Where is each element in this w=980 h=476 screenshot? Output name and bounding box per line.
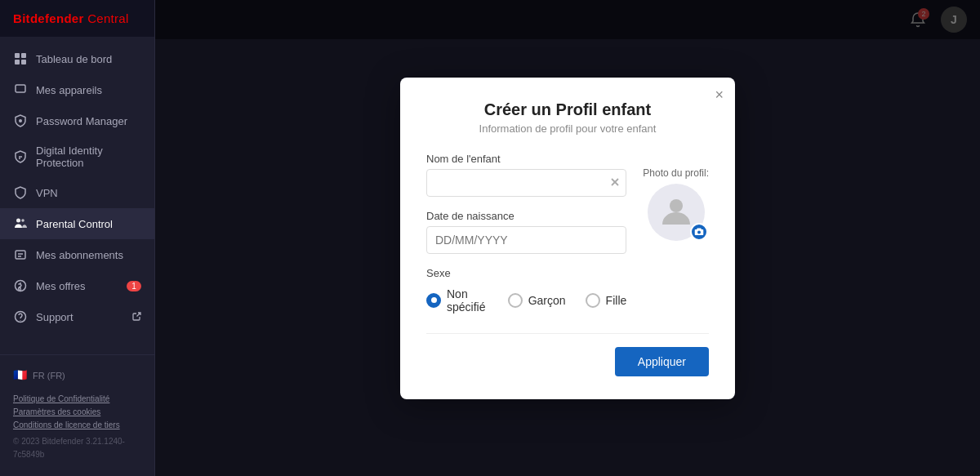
gender-option-garcon[interactable]: Garçon xyxy=(508,293,566,308)
apply-button[interactable]: Appliquer xyxy=(615,347,709,376)
name-group: Nom de l'enfant xyxy=(426,153,626,197)
sidebar: Bitdefender Central Tableau de bord Mes … xyxy=(0,0,155,476)
dob-group: Date de naissance xyxy=(426,210,626,254)
gender-label-fille: Fille xyxy=(606,294,627,307)
modal-close-button[interactable]: × xyxy=(715,87,724,102)
name-label: Nom de l'enfant xyxy=(426,153,626,165)
sidebar-item-mes-abonnements[interactable]: Mes abonnements xyxy=(0,239,154,270)
svg-rect-4 xyxy=(16,85,25,92)
sidebar-label: Mes appareils xyxy=(36,84,102,96)
svg-rect-1 xyxy=(21,53,26,58)
svg-point-6 xyxy=(16,219,20,223)
sidebar-item-mes-offres[interactable]: Mes offres 1 xyxy=(0,270,154,301)
name-input[interactable] xyxy=(426,169,626,197)
gender-label-non-specifie: Non spécifié xyxy=(447,287,488,314)
external-link-icon xyxy=(132,311,141,323)
modal-form: Nom de l'enfant Date de naissance xyxy=(426,153,626,314)
profile-photo-area: Photo du profil: xyxy=(643,153,709,314)
support-icon xyxy=(13,309,28,324)
modal-body: Nom de l'enfant Date de naissance xyxy=(426,153,709,314)
svg-rect-3 xyxy=(21,60,26,65)
svg-rect-8 xyxy=(16,251,25,259)
sidebar-item-password-manager[interactable]: Password Manager xyxy=(0,105,154,136)
main-content: 2 J Ajouter un profil enfant Ajouter un … xyxy=(155,0,980,476)
radio-fille xyxy=(586,293,600,308)
radio-non-specifie xyxy=(426,293,441,308)
sidebar-item-digital-identity[interactable]: Digital Identity Protection xyxy=(0,136,154,177)
shield-key-icon xyxy=(13,113,28,128)
sidebar-item-mes-appareils[interactable]: Mes appareils xyxy=(0,74,154,105)
app-name-part1: Bitdefender xyxy=(13,11,84,25)
sidebar-label: Password Manager xyxy=(36,115,127,127)
gender-option-non-specifie[interactable]: Non spécifié xyxy=(426,287,488,314)
camera-button[interactable] xyxy=(690,223,708,241)
modal-subtitle: Information de profil pour votre enfant xyxy=(426,122,709,135)
offers-badge: 1 xyxy=(127,281,141,291)
offers-icon xyxy=(13,278,28,293)
flag-icon: 🇫🇷 xyxy=(13,368,27,381)
locale-code: FR (FR) xyxy=(33,371,65,380)
sidebar-item-parental-control[interactable]: Parental Control xyxy=(0,208,154,239)
sidebar-label: Parental Control xyxy=(36,218,113,230)
svg-rect-2 xyxy=(15,60,20,65)
subscription-icon xyxy=(13,247,28,262)
dob-label: Date de naissance xyxy=(426,210,626,222)
license-link[interactable]: Conditions de licence de tiers xyxy=(13,419,141,432)
grid-icon xyxy=(13,51,28,66)
gender-section: Sexe Non spécifié Garçon xyxy=(426,267,626,314)
modal-overlay: × Créer un Profil enfant Information de … xyxy=(155,0,980,476)
person-icon xyxy=(659,194,693,231)
gender-label-garcon: Garçon xyxy=(528,294,566,307)
svg-point-7 xyxy=(21,219,24,222)
sidebar-label: VPN xyxy=(36,187,58,199)
gender-options: Non spécifié Garçon Fille xyxy=(426,287,626,314)
sidebar-label: Mes offres xyxy=(36,280,85,292)
cookies-link[interactable]: Paramètres des cookies xyxy=(13,406,141,419)
sidebar-label: Mes abonnements xyxy=(36,249,123,261)
app-logo: Bitdefender Central xyxy=(0,0,154,37)
version-text: © 2023 Bitdefender 3.21.1240-7c5849b xyxy=(13,435,141,461)
sidebar-label: Support xyxy=(36,311,74,323)
sidebar-item-support[interactable]: Support xyxy=(0,301,154,332)
modal-title: Créer un Profil enfant xyxy=(426,100,709,119)
id-icon xyxy=(13,149,28,164)
dob-input[interactable] xyxy=(426,226,626,254)
radio-garcon xyxy=(508,293,523,308)
avatar-circle xyxy=(648,184,705,241)
locale: 🇫🇷 FR (FR) xyxy=(0,363,154,386)
create-child-profile-modal: × Créer un Profil enfant Information de … xyxy=(400,78,735,399)
gender-option-fille[interactable]: Fille xyxy=(586,293,627,308)
gender-label: Sexe xyxy=(426,267,626,279)
sidebar-label: Digital Identity Protection xyxy=(36,145,141,169)
parental-icon xyxy=(13,216,28,231)
input-clear-icon[interactable] xyxy=(610,176,620,189)
sidebar-footer: Politique de Confidentialité Paramètres … xyxy=(0,386,154,468)
device-icon xyxy=(13,82,28,97)
sidebar-nav: Tableau de bord Mes appareils Password M… xyxy=(0,37,154,354)
photo-label: Photo du profil: xyxy=(643,167,709,179)
sidebar-item-vpn[interactable]: VPN xyxy=(0,177,154,208)
svg-rect-0 xyxy=(15,53,20,58)
sidebar-label: Tableau de bord xyxy=(36,53,112,65)
svg-point-5 xyxy=(19,119,22,122)
modal-footer: Appliquer xyxy=(426,333,709,376)
app-name-part2: Central xyxy=(87,11,128,25)
sidebar-item-tableau-de-bord[interactable]: Tableau de bord xyxy=(0,43,154,74)
svg-point-13 xyxy=(670,199,683,212)
name-input-wrapper xyxy=(426,169,626,197)
vpn-icon xyxy=(13,185,28,200)
sidebar-bottom: 🇫🇷 FR (FR) Politique de Confidentialité … xyxy=(0,354,154,476)
privacy-link[interactable]: Politique de Confidentialité xyxy=(13,393,141,406)
